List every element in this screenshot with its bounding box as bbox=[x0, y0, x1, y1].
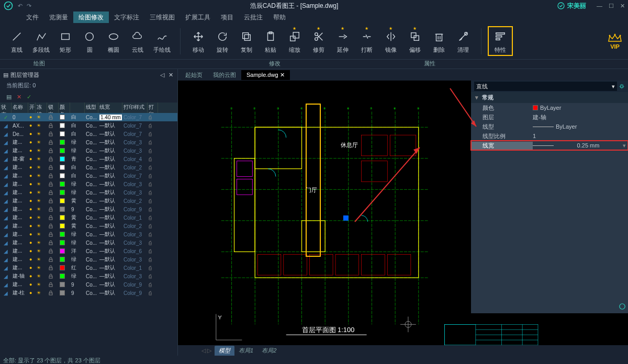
layer-row[interactable]: ◢建...●☀绿Co...—默认Color_3⎙ bbox=[0, 238, 177, 247]
menu-1[interactable]: 览测量 bbox=[44, 12, 73, 24]
line-button[interactable]: 直线 bbox=[5, 27, 28, 55]
svg-rect-26 bbox=[496, 39, 500, 40]
layer-row[interactable]: ◢建...●☀绿Co...—默认Color_3⎙ bbox=[0, 146, 177, 155]
user-brand[interactable]: 宋美丽 bbox=[557, 2, 586, 10]
move-button[interactable]: 移动 bbox=[187, 27, 210, 55]
layer-row[interactable]: ◢建...●☀绿Co...—默认Color_3⎙ bbox=[0, 255, 177, 264]
layer-row[interactable]: ✓0●☀白Co...1.40 mmColor_7⎙ bbox=[0, 113, 177, 121]
mirror-button[interactable]: ★镜像 bbox=[379, 27, 402, 55]
props-section-header[interactable]: ▾ 常规 bbox=[471, 92, 628, 103]
close-panel-icon[interactable]: ✕ bbox=[167, 72, 174, 78]
file-tab[interactable]: 起始页 bbox=[180, 70, 208, 81]
window-title: 浩辰CAD看图王 - [Sample.dwg] bbox=[31, 2, 557, 10]
file-tab[interactable]: Sample.dwg ✕ bbox=[241, 70, 290, 80]
property-row[interactable]: 颜色ByLayer bbox=[471, 103, 628, 112]
layer-row[interactable]: ◢建...●☀红Co...—默认Color_1⎙ bbox=[0, 264, 177, 272]
svg-text:⑦: ⑦ bbox=[370, 107, 373, 110]
svg-rect-44 bbox=[49, 234, 52, 236]
copy-button[interactable]: 复制 bbox=[235, 27, 258, 55]
break-button[interactable]: ★打断 bbox=[355, 27, 378, 55]
purge-button[interactable]: 清理 bbox=[452, 27, 475, 55]
layer-row[interactable]: ◢建...●☀黄Co...—默认Color_1⎙ bbox=[0, 213, 177, 222]
mirror-icon bbox=[383, 28, 399, 45]
properties-panel: ✕ 直线▾ ⯐ ▾ 常规 颜色ByLayer图层建-轴线型ByLayer线型比例… bbox=[471, 81, 628, 313]
svg-rect-50 bbox=[49, 285, 52, 287]
layer-row[interactable]: ◢建...●☀洋Co...—默认Color_6⎙ bbox=[0, 247, 177, 255]
layer-row[interactable]: ◢AX...●☀白Co...—默认Color_7⎙ bbox=[0, 121, 177, 130]
offset-button[interactable]: ★偏移 bbox=[403, 27, 427, 55]
extend-button[interactable]: ★延伸 bbox=[331, 27, 354, 55]
properties-icon bbox=[492, 28, 509, 45]
polyline-button[interactable]: 多段线 bbox=[29, 27, 53, 55]
layer-row[interactable]: ◢建...●☀白Co...—默认Color_7⎙ bbox=[0, 172, 177, 180]
minimize-icon[interactable]: — bbox=[597, 3, 602, 9]
scale-button[interactable]: ★缩放 bbox=[283, 27, 306, 55]
redo-icon[interactable]: ↷ bbox=[27, 3, 31, 9]
property-row[interactable]: 线型比例1 bbox=[471, 131, 628, 141]
layers-tool-icon[interactable]: ▤ bbox=[6, 94, 12, 100]
property-row[interactable]: 图层建-轴 bbox=[471, 112, 628, 122]
menu-7[interactable]: 云批注 bbox=[239, 12, 268, 24]
svg-rect-3 bbox=[62, 34, 70, 40]
property-row[interactable]: 线宽0.25 mm▾ bbox=[471, 141, 628, 150]
drawing-canvas[interactable]: ①②③④ ⑤⑥⑦⑧⑨ bbox=[178, 81, 628, 345]
menu-5[interactable]: 扩展工具 bbox=[180, 12, 216, 24]
layer-row[interactable]: ◢建...●☀绿Co...—默认Color_3⎙ bbox=[0, 188, 177, 197]
layer-row[interactable]: ◢建...●☀白Co...—默认Color_2⎙ bbox=[0, 163, 177, 172]
tab-nav-icon[interactable]: ◁ ▷ bbox=[201, 347, 211, 354]
layer-row[interactable]: ◢建-窗●☀青Co...—默认Color_4⎙ bbox=[0, 155, 177, 163]
undo-icon[interactable]: ↶ bbox=[18, 3, 23, 9]
ribbon-toolbar: 直线多段线矩形圆椭圆云线手绘线 移动旋转复制粘贴★缩放★修剪★延伸★打断★镜像★… bbox=[0, 23, 628, 60]
layer-row[interactable]: ◢建...●☀9Co...—默认Color_9⎙ bbox=[0, 280, 177, 289]
rect-button[interactable]: 矩形 bbox=[54, 27, 77, 55]
layer-row[interactable]: ◢建...●☀绿Co...—默认Color_3⎙ bbox=[0, 138, 177, 146]
svg-rect-51 bbox=[49, 293, 52, 295]
maximize-icon[interactable]: ☐ bbox=[609, 3, 614, 9]
model-tab[interactable]: 布局1 bbox=[234, 346, 257, 356]
selection-grip[interactable] bbox=[343, 215, 349, 221]
delete-button[interactable]: 删除 bbox=[428, 27, 451, 55]
set-current-icon[interactable]: ✓ bbox=[27, 94, 31, 100]
svg-point-28 bbox=[614, 33, 616, 35]
delete-layer-icon[interactable]: ✕ bbox=[17, 94, 21, 100]
file-tab[interactable]: 我的云图 bbox=[208, 70, 241, 81]
svg-text:休息厅: 休息厅 bbox=[341, 142, 358, 148]
select-objects-icon[interactable]: ⯐ bbox=[619, 83, 625, 89]
menu-3[interactable]: 文字标注 bbox=[109, 12, 144, 24]
cloud-button[interactable]: 云线 bbox=[126, 27, 149, 55]
layer-row[interactable]: ◢De...●☀白Co...—默认Color_7⎙ bbox=[0, 130, 177, 138]
model-tab[interactable]: 布局2 bbox=[257, 346, 281, 356]
menu-4[interactable]: 三维视图 bbox=[144, 12, 180, 24]
svg-text:①: ① bbox=[230, 107, 233, 110]
menu-6[interactable]: 项目 bbox=[216, 12, 239, 24]
object-type-dropdown[interactable]: 直线▾ bbox=[474, 82, 617, 91]
menu-2[interactable]: 绘图修改 bbox=[73, 12, 109, 24]
circle-button[interactable]: 圆 bbox=[78, 27, 101, 55]
vip-badge[interactable]: VIP bbox=[607, 33, 623, 50]
layer-row[interactable]: ◢建...●☀9Co...—默认Color_9⎙ bbox=[0, 205, 177, 213]
trim-button[interactable]: ★修剪 bbox=[307, 27, 330, 55]
app-logo-icon bbox=[3, 1, 14, 11]
properties-button[interactable]: 特性 bbox=[488, 26, 513, 56]
menu-8[interactable]: 帮助 bbox=[268, 12, 291, 24]
layer-row[interactable]: ◢建...●☀绿Co...—默认Color_3⎙ bbox=[0, 180, 177, 188]
menu-0[interactable]: 文件 bbox=[21, 12, 44, 24]
paste-button[interactable]: 粘贴 bbox=[259, 27, 282, 55]
layer-row[interactable]: ◢建-柱●☀9Co...—默认Color_9⎙ bbox=[0, 289, 177, 297]
layer-row[interactable]: ◢建...●☀黄Co...—默认Color_2⎙ bbox=[0, 222, 177, 230]
layer-row[interactable]: ◢建...●☀黄Co...—默认Color_2⎙ bbox=[0, 197, 177, 205]
layer-row[interactable]: ◢建...●☀绿Co...—默认Color_3⎙ bbox=[0, 230, 177, 238]
ellipse-button[interactable]: 椭圆 bbox=[102, 27, 125, 55]
svg-rect-45 bbox=[49, 243, 52, 245]
rotate-button[interactable]: 旋转 bbox=[211, 27, 234, 55]
model-tab[interactable]: 模型 bbox=[215, 346, 234, 356]
layer-rows[interactable]: ✓0●☀白Co...1.40 mmColor_7⎙◢AX...●☀白Co...—… bbox=[0, 113, 177, 356]
svg-point-29 bbox=[620, 35, 621, 36]
svg-text:③: ③ bbox=[277, 107, 279, 110]
layer-row[interactable]: ◢建-轴●☀绿Co...—默认Color_3⎙ bbox=[0, 272, 177, 280]
freehand-button[interactable]: 手绘线 bbox=[150, 27, 174, 55]
collapse-left-icon[interactable]: ◁ bbox=[159, 72, 165, 78]
layer-table-header: 状态 名称 开 冻结 锁定 颜色 线型 线宽 打印样式 打印 bbox=[0, 103, 177, 113]
property-row[interactable]: 线型ByLayer bbox=[471, 122, 628, 131]
close-icon[interactable]: ✕ bbox=[620, 3, 625, 9]
